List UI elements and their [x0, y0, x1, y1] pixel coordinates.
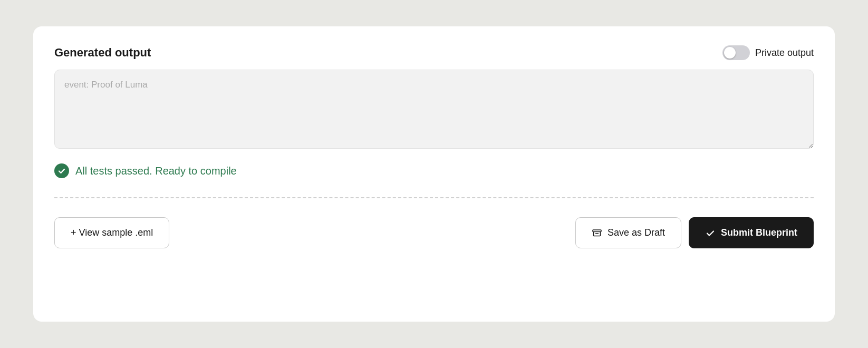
- svg-rect-0: [593, 230, 601, 232]
- card-header: Generated output Private output: [54, 45, 814, 60]
- toggle-thumb: [724, 47, 736, 59]
- main-card: Generated output Private output All test…: [33, 26, 835, 322]
- btn-group-right: Save as Draft Submit Blueprint: [575, 217, 814, 248]
- status-text: All tests passed. Ready to compile: [75, 165, 237, 177]
- submit-blueprint-button[interactable]: Submit Blueprint: [689, 217, 814, 248]
- save-draft-button[interactable]: Save as Draft: [575, 217, 681, 248]
- private-output-toggle[interactable]: [722, 45, 750, 60]
- status-row: All tests passed. Ready to compile: [54, 163, 814, 178]
- check-circle-icon: [54, 163, 69, 178]
- section-title: Generated output: [54, 46, 151, 60]
- submit-check-icon: [705, 228, 716, 238]
- private-output-area: Private output: [722, 45, 814, 60]
- view-sample-button[interactable]: + View sample .eml: [54, 217, 169, 248]
- submit-label: Submit Blueprint: [721, 227, 797, 238]
- private-output-label: Private output: [755, 47, 814, 59]
- save-draft-label: Save as Draft: [607, 227, 665, 238]
- archive-icon: [592, 228, 602, 238]
- divider: [54, 197, 814, 198]
- toggle-track: [722, 45, 750, 60]
- output-textarea[interactable]: [54, 70, 814, 149]
- actions-row: + View sample .eml Save as Draft: [54, 217, 814, 248]
